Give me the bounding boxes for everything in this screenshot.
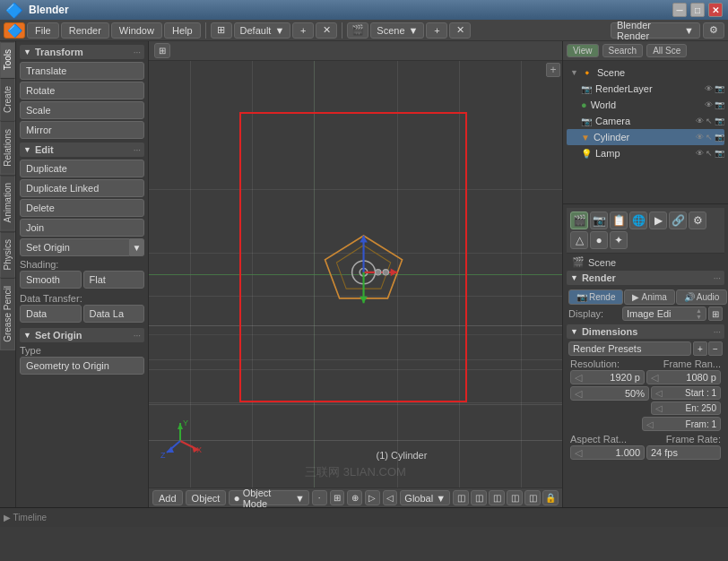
global-selector[interactable]: Global ▼: [400, 490, 450, 505]
res-x-field[interactable]: ◁ 1920 p: [570, 370, 645, 384]
res-y-field[interactable]: ◁ 1080 p: [646, 370, 721, 384]
tree-item-cylinder[interactable]: ▼ Cylinder 👁 ↖ 📷: [567, 129, 724, 145]
viewport-plus-button[interactable]: +: [546, 63, 560, 77]
file-menu[interactable]: File: [27, 22, 59, 39]
flat-button[interactable]: Flat: [83, 271, 145, 289]
cylinder-cursor-icon[interactable]: ↖: [706, 133, 713, 142]
screen-selector[interactable]: Default ▼: [234, 22, 291, 39]
scene-close-icon[interactable]: ✕: [449, 22, 471, 39]
viewport-dot1[interactable]: ·: [312, 490, 327, 505]
maximize-button[interactable]: □: [690, 3, 705, 17]
tree-item-scene[interactable]: ▼ 🔸 Scene: [567, 65, 724, 81]
viewport-icon3[interactable]: ▷: [365, 490, 380, 505]
render-tab-audio[interactable]: 🔊 Audio: [676, 289, 728, 305]
add-button[interactable]: Add: [152, 490, 183, 505]
set-origin-section-header[interactable]: ▼ Set Origin ···: [20, 328, 144, 342]
renderer-selector[interactable]: Blender Render ▼: [611, 22, 700, 39]
close-button[interactable]: ✕: [708, 3, 723, 17]
prop-icon-material[interactable]: ●: [590, 231, 608, 249]
prop-icon-object[interactable]: ▶: [649, 211, 667, 229]
tab-tools[interactable]: Tools: [0, 41, 15, 78]
prop-icon-render[interactable]: 📷: [590, 211, 608, 229]
timeline-area[interactable]: ▶ Timeline: [4, 513, 47, 522]
viewport-icon6[interactable]: ◫: [471, 490, 487, 505]
render-tab-anima[interactable]: ▶ Anima: [624, 289, 674, 305]
scale-button[interactable]: Scale: [20, 101, 144, 119]
viewport-grid-icon[interactable]: ⊞: [330, 490, 345, 505]
tab-physics[interactable]: Physics: [0, 231, 15, 278]
prop-icon-modifiers[interactable]: ⚙: [689, 211, 706, 229]
viewport-icon4[interactable]: ◁: [383, 490, 398, 505]
minimize-button[interactable]: ─: [672, 3, 687, 17]
prop-icon-particles[interactable]: ✦: [610, 231, 628, 249]
tree-item-renderlayer[interactable]: 📷 RenderLayer 👁 📷: [567, 81, 724, 97]
tree-item-world[interactable]: ● World 👁 📷: [567, 97, 724, 113]
renderer-settings-icon[interactable]: ⚙: [703, 22, 724, 39]
prop-icon-layers[interactable]: 📋: [610, 211, 628, 229]
set-origin-arrow-button[interactable]: ▼: [130, 238, 144, 256]
duplicate-linked-button[interactable]: Duplicate Linked: [20, 179, 144, 197]
aspect-val-field[interactable]: ◁ 1.000: [570, 445, 645, 460]
viewport-icon9[interactable]: ◫: [524, 490, 541, 505]
render-tab-rende[interactable]: 📷 Rende: [568, 289, 623, 305]
object-button[interactable]: Object: [186, 490, 227, 505]
viewport-icon7[interactable]: ◫: [489, 490, 505, 505]
presets-remove-btn[interactable]: −: [708, 341, 723, 356]
lamp-cursor-icon[interactable]: ↖: [706, 149, 713, 158]
geometry-to-origin-button[interactable]: Geometry to Origin: [20, 357, 144, 375]
tab-grease-pencil[interactable]: Grease Pencil: [0, 278, 15, 350]
camera-eye-icon[interactable]: 👁: [696, 117, 704, 125]
window-menu[interactable]: Window: [111, 22, 162, 39]
transform-section-header[interactable]: ▼ Transform ···: [20, 45, 144, 59]
set-origin-button[interactable]: Set Origin: [20, 238, 130, 256]
duplicate-button[interactable]: Duplicate: [20, 160, 144, 177]
cylinder-eye-icon[interactable]: 👁: [696, 133, 704, 142]
scene-add-icon[interactable]: +: [426, 22, 447, 39]
mirror-button[interactable]: Mirror: [20, 121, 144, 139]
scene-icon[interactable]: 🎬: [347, 22, 368, 39]
translate-button[interactable]: Translate: [20, 62, 144, 80]
data-button[interactable]: Data: [20, 305, 82, 323]
lamp-render-icon[interactable]: 📷: [715, 149, 724, 158]
join-button[interactable]: Join: [20, 219, 144, 237]
viewport-lock-icon[interactable]: 🔒: [542, 490, 559, 505]
presets-add-btn[interactable]: +: [693, 341, 707, 356]
lamp-eye-icon[interactable]: 👁: [696, 149, 704, 158]
tab-create[interactable]: Create: [0, 78, 15, 121]
renderlayer-eye-icon[interactable]: 👁: [705, 84, 713, 93]
cylinder-object[interactable]: [306, 168, 421, 381]
tree-item-camera[interactable]: 📷 Camera 👁 ↖ 📷: [567, 113, 724, 129]
viewport-icon5[interactable]: ◫: [453, 490, 469, 505]
viewport-canvas[interactable]: Y X Z (1) Cylinder: [149, 61, 562, 488]
cylinder-render-icon[interactable]: 📷: [715, 133, 724, 142]
prop-icon-data[interactable]: △: [570, 231, 588, 249]
blender-menu-icon[interactable]: 🔷: [4, 22, 25, 39]
smooth-button[interactable]: Smooth: [20, 271, 82, 289]
tab-relations[interactable]: Relations: [0, 121, 15, 175]
scene-selector[interactable]: Scene ▼: [370, 22, 424, 39]
delete-button[interactable]: Delete: [20, 199, 144, 217]
start-field[interactable]: ◁ Start : 1: [651, 386, 721, 400]
prop-icon-constraints[interactable]: 🔗: [669, 211, 687, 229]
prop-icon-world[interactable]: 🌐: [629, 211, 647, 229]
viewport-icon2[interactable]: ⊕: [347, 490, 362, 505]
render-section-header[interactable]: ▼ Render ···: [567, 271, 724, 285]
display-expand-btn[interactable]: ⊞: [708, 306, 723, 321]
screen-layout-icon[interactable]: ⊞: [211, 22, 232, 39]
all-scenes-tab[interactable]: All Sce: [646, 44, 687, 57]
viewport-view-icon[interactable]: ⊞: [154, 43, 170, 58]
camera-render-icon[interactable]: 📷: [715, 117, 724, 125]
help-menu[interactable]: Help: [164, 22, 201, 39]
render-menu[interactable]: Render: [61, 22, 109, 39]
fps-field[interactable]: 24 fps: [646, 445, 721, 460]
end-field[interactable]: ◁ En: 250: [651, 401, 721, 415]
world-eye-icon[interactable]: 👁: [705, 100, 713, 109]
screen-close-icon[interactable]: ✕: [316, 22, 337, 39]
mode-selector[interactable]: ● Object Mode ▼: [229, 490, 308, 505]
edit-section-header[interactable]: ▼ Edit ···: [20, 142, 144, 157]
frame-field[interactable]: ◁ Fram: 1: [642, 417, 721, 431]
world-render-icon[interactable]: 📷: [715, 100, 724, 109]
dimensions-section-header[interactable]: ▼ Dimensions ···: [567, 324, 724, 339]
tree-item-lamp[interactable]: 💡 Lamp 👁 ↖ 📷: [567, 145, 724, 161]
renderlayer-render-icon[interactable]: 📷: [715, 84, 724, 93]
